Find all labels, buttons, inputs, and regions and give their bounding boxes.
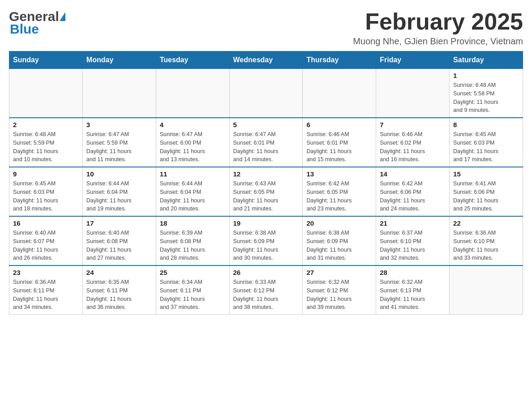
day-number: 15 [453,170,519,178]
day-info: Sunrise: 6:40 AMSunset: 6:08 PMDaylight:… [86,229,152,262]
day-number: 6 [306,121,372,128]
calendar-cell: 26Sunrise: 6:33 AMSunset: 6:12 PMDayligh… [229,265,303,315]
calendar-cell [9,69,83,118]
day-info: Sunrise: 6:36 AMSunset: 6:11 PMDaylight:… [13,278,79,312]
day-info: Sunrise: 6:37 AMSunset: 6:10 PMDaylight:… [380,229,446,262]
weekday-header-row: SundayMondayTuesdayWednesdayThursdayFrid… [9,51,523,69]
day-info: Sunrise: 6:38 AMSunset: 6:09 PMDaylight:… [233,229,299,262]
day-number: 24 [86,269,152,276]
calendar-cell: 14Sunrise: 6:42 AMSunset: 6:06 PMDayligh… [376,167,450,216]
day-info: Sunrise: 6:42 AMSunset: 6:06 PMDaylight:… [380,180,446,213]
day-info: Sunrise: 6:35 AMSunset: 6:11 PMDaylight:… [86,278,152,312]
calendar-cell [303,69,376,118]
weekday-header-friday: Friday [376,51,450,69]
day-number: 26 [233,269,299,276]
day-info: Sunrise: 6:38 AMSunset: 6:09 PMDaylight:… [306,229,372,262]
day-number: 10 [86,170,152,178]
day-info: Sunrise: 6:46 AMSunset: 6:02 PMDaylight:… [380,130,446,164]
weekday-header-saturday: Saturday [450,51,523,69]
day-number: 23 [13,269,79,276]
calendar-cell: 20Sunrise: 6:38 AMSunset: 6:09 PMDayligh… [303,216,376,265]
day-number: 8 [453,121,519,128]
day-number: 17 [86,219,152,227]
day-info: Sunrise: 6:47 AMSunset: 6:01 PMDaylight:… [233,130,299,164]
calendar-week-1: 1Sunrise: 6:48 AMSunset: 5:58 PMDaylight… [9,69,523,118]
logo-blue-text: Blue [9,21,65,37]
calendar-cell [156,69,229,118]
calendar-cell: 18Sunrise: 6:39 AMSunset: 6:08 PMDayligh… [156,216,229,265]
calendar-cell: 13Sunrise: 6:42 AMSunset: 6:05 PMDayligh… [303,167,376,216]
calendar-cell [229,69,303,118]
day-info: Sunrise: 6:42 AMSunset: 6:05 PMDaylight:… [306,180,372,213]
calendar-cell: 6Sunrise: 6:46 AMSunset: 6:01 PMDaylight… [303,118,376,167]
day-number: 27 [306,269,372,276]
calendar-cell: 23Sunrise: 6:36 AMSunset: 6:11 PMDayligh… [9,265,83,315]
calendar-cell: 16Sunrise: 6:40 AMSunset: 6:07 PMDayligh… [9,216,83,265]
calendar-cell: 27Sunrise: 6:32 AMSunset: 6:12 PMDayligh… [303,265,376,315]
calendar-cell: 15Sunrise: 6:41 AMSunset: 6:06 PMDayligh… [450,167,523,216]
day-info: Sunrise: 6:33 AMSunset: 6:12 PMDaylight:… [233,278,299,312]
day-info: Sunrise: 6:43 AMSunset: 6:05 PMDaylight:… [233,180,299,213]
day-number: 28 [380,269,446,276]
calendar-cell: 3Sunrise: 6:47 AMSunset: 5:59 PMDaylight… [82,118,156,167]
day-info: Sunrise: 6:45 AMSunset: 6:03 PMDaylight:… [453,130,519,164]
day-info: Sunrise: 6:44 AMSunset: 6:04 PMDaylight:… [86,180,152,213]
calendar-week-3: 9Sunrise: 6:45 AMSunset: 6:03 PMDaylight… [9,167,523,216]
day-info: Sunrise: 6:32 AMSunset: 6:13 PMDaylight:… [380,278,446,312]
day-number: 2 [13,121,79,128]
day-number: 4 [160,121,226,128]
day-info: Sunrise: 6:46 AMSunset: 6:01 PMDaylight:… [306,130,372,164]
day-number: 25 [160,269,226,276]
day-number: 20 [306,219,372,227]
calendar-cell: 5Sunrise: 6:47 AMSunset: 6:01 PMDaylight… [229,118,303,167]
day-number: 3 [86,121,152,128]
day-number: 14 [380,170,446,178]
day-info: Sunrise: 6:39 AMSunset: 6:08 PMDaylight:… [160,229,226,262]
day-info: Sunrise: 6:47 AMSunset: 5:59 PMDaylight:… [86,130,152,164]
calendar-cell: 24Sunrise: 6:35 AMSunset: 6:11 PMDayligh… [82,265,156,315]
calendar-week-2: 2Sunrise: 6:48 AMSunset: 5:59 PMDaylight… [9,118,523,167]
day-number: 21 [380,219,446,227]
day-number: 13 [306,170,372,178]
calendar-cell: 25Sunrise: 6:34 AMSunset: 6:11 PMDayligh… [156,265,229,315]
day-number: 12 [233,170,299,178]
day-number: 19 [233,219,299,227]
calendar-cell: 22Sunrise: 6:36 AMSunset: 6:10 PMDayligh… [450,216,523,265]
page-subtitle: Muong Nhe, GJien Bien Province, Vietnam [353,36,523,47]
day-info: Sunrise: 6:34 AMSunset: 6:11 PMDaylight:… [160,278,226,312]
day-number: 22 [453,219,519,227]
calendar-cell: 2Sunrise: 6:48 AMSunset: 5:59 PMDaylight… [9,118,83,167]
day-info: Sunrise: 6:32 AMSunset: 6:12 PMDaylight:… [306,278,372,312]
day-number: 7 [380,121,446,128]
calendar-cell: 12Sunrise: 6:43 AMSunset: 6:05 PMDayligh… [229,167,303,216]
calendar-cell [82,69,156,118]
calendar-cell: 8Sunrise: 6:45 AMSunset: 6:03 PMDaylight… [450,118,523,167]
calendar-cell: 28Sunrise: 6:32 AMSunset: 6:13 PMDayligh… [376,265,450,315]
header: General Blue February 2025 Muong Nhe, GJ… [9,9,523,47]
calendar-cell: 4Sunrise: 6:47 AMSunset: 6:00 PMDaylight… [156,118,229,167]
weekday-header-wednesday: Wednesday [229,51,303,69]
day-info: Sunrise: 6:48 AMSunset: 5:59 PMDaylight:… [13,130,79,164]
calendar-header: SundayMondayTuesdayWednesdayThursdayFrid… [9,51,523,69]
day-info: Sunrise: 6:41 AMSunset: 6:06 PMDaylight:… [453,180,519,213]
calendar-body: 1Sunrise: 6:48 AMSunset: 5:58 PMDaylight… [9,69,523,315]
calendar-cell: 19Sunrise: 6:38 AMSunset: 6:09 PMDayligh… [229,216,303,265]
day-number: 18 [160,219,226,227]
calendar-cell [376,69,450,118]
day-number: 16 [13,219,79,227]
day-info: Sunrise: 6:36 AMSunset: 6:10 PMDaylight:… [453,229,519,262]
day-info: Sunrise: 6:44 AMSunset: 6:04 PMDaylight:… [160,180,226,213]
day-number: 5 [233,121,299,128]
calendar-table: SundayMondayTuesdayWednesdayThursdayFrid… [9,51,523,315]
calendar-cell: 7Sunrise: 6:46 AMSunset: 6:02 PMDaylight… [376,118,450,167]
logo: General Blue [9,9,65,37]
calendar-cell [450,265,523,315]
day-info: Sunrise: 6:45 AMSunset: 6:03 PMDaylight:… [13,180,79,213]
calendar-cell: 21Sunrise: 6:37 AMSunset: 6:10 PMDayligh… [376,216,450,265]
day-info: Sunrise: 6:47 AMSunset: 6:00 PMDaylight:… [160,130,226,164]
calendar-week-5: 23Sunrise: 6:36 AMSunset: 6:11 PMDayligh… [9,265,523,315]
logo-arrow-icon [60,12,65,21]
weekday-header-thursday: Thursday [303,51,376,69]
day-number: 9 [13,170,79,178]
calendar-cell: 9Sunrise: 6:45 AMSunset: 6:03 PMDaylight… [9,167,83,216]
